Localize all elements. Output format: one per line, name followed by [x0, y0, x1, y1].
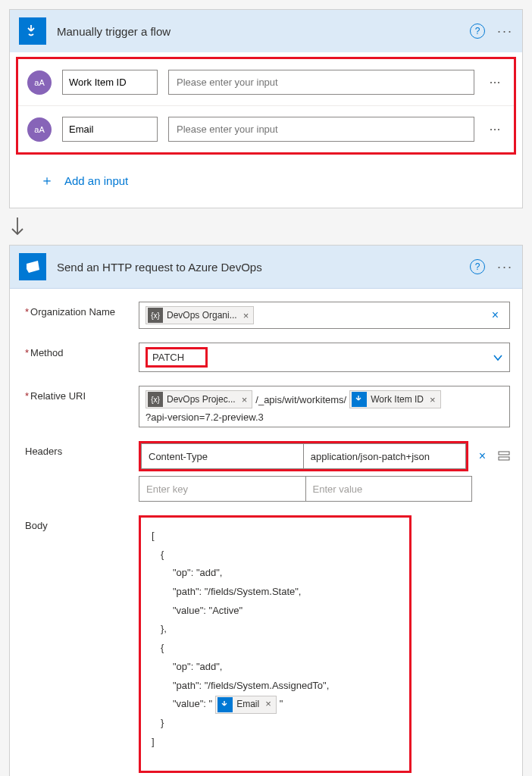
- body-label: Body: [25, 515, 139, 531]
- svg-rect-0: [499, 452, 509, 455]
- body-input[interactable]: [ { "op": "add", "path": "/fields/System…: [139, 515, 412, 773]
- token-remove-icon[interactable]: ×: [263, 695, 271, 714]
- action-card: Send an HTTP request to Azure DevOps ? ·…: [9, 245, 523, 776]
- header-value-input[interactable]: application/json-patch+json: [303, 443, 466, 469]
- headers-row: Headers Content-Type application/json-pa…: [10, 434, 522, 508]
- add-input-button[interactable]: ＋ Add an input: [10, 155, 522, 208]
- add-input-label: Add an input: [64, 174, 128, 187]
- variable-icon: {x}: [148, 308, 163, 323]
- org-token[interactable]: {x} DevOps Organi... ×: [146, 306, 254, 324]
- remove-header-icon[interactable]: ×: [474, 449, 490, 463]
- text-input-icon: aA: [27, 70, 52, 95]
- help-icon[interactable]: ?: [470, 259, 485, 274]
- switch-mode-icon[interactable]: [498, 450, 510, 462]
- action-header[interactable]: Send an HTTP request to Azure DevOps ? ·…: [10, 246, 522, 289]
- clear-icon[interactable]: ×: [487, 308, 503, 322]
- row-menu-icon[interactable]: ···: [485, 74, 505, 90]
- trigger-icon: [19, 17, 46, 45]
- azure-devops-icon: [19, 253, 46, 280]
- menu-dots-icon[interactable]: ···: [497, 23, 513, 39]
- action-title: Send an HTTP request to Azure DevOps: [57, 261, 470, 274]
- input-placeholder-field[interactable]: [168, 70, 474, 95]
- uri-workitem-token[interactable]: Work Item ID ×: [349, 390, 440, 408]
- header-key-input[interactable]: Enter key: [139, 476, 305, 502]
- trigger-card: Manually trigger a flow ? ··· aA ··· aA …: [9, 9, 523, 208]
- method-value: PATCH: [146, 347, 208, 368]
- input-name-field[interactable]: [62, 117, 158, 142]
- trigger-input-row: aA ···: [18, 59, 514, 106]
- variable-icon: {x}: [148, 392, 163, 407]
- uri-label: Relative URI: [25, 386, 139, 402]
- svg-rect-1: [499, 457, 509, 460]
- uri-input[interactable]: {x} DevOps Projec... × /_apis/wit/workit…: [139, 386, 510, 427]
- organization-row: Organization Name {x} DevOps Organi... ×…: [10, 295, 522, 336]
- flow-arrow-icon: [9, 216, 523, 239]
- menu-dots-icon[interactable]: ···: [497, 259, 513, 275]
- trigger-var-icon: [217, 697, 233, 712]
- org-input[interactable]: {x} DevOps Organi... × ×: [139, 302, 510, 329]
- input-placeholder-field[interactable]: [168, 117, 474, 142]
- body-email-token[interactable]: Email ×: [215, 696, 277, 714]
- trigger-header[interactable]: Manually trigger a flow ? ···: [10, 10, 522, 52]
- token-remove-icon[interactable]: ×: [241, 310, 249, 321]
- headers-label: Headers: [25, 441, 139, 457]
- method-label: Method: [25, 343, 139, 358]
- org-label: Organization Name: [25, 302, 139, 318]
- input-name-field[interactable]: [62, 70, 158, 95]
- help-icon[interactable]: ?: [470, 23, 485, 39]
- header-key-input[interactable]: Content-Type: [141, 443, 303, 469]
- trigger-input-row: aA ···: [18, 106, 514, 152]
- token-remove-icon[interactable]: ×: [239, 394, 248, 405]
- trigger-var-icon: [352, 392, 367, 407]
- text-input-icon: aA: [27, 117, 52, 142]
- uri-project-token[interactable]: {x} DevOps Projec... ×: [146, 390, 252, 408]
- method-row: Method PATCH: [10, 336, 522, 379]
- body-row: Body [ { "op": "add", "path": "/fields/S…: [10, 508, 522, 776]
- header-value-input[interactable]: Enter value: [305, 476, 473, 502]
- row-menu-icon[interactable]: ···: [485, 121, 505, 137]
- trigger-title: Manually trigger a flow: [57, 25, 470, 38]
- token-remove-icon[interactable]: ×: [427, 394, 436, 405]
- method-select[interactable]: PATCH: [139, 343, 510, 372]
- chevron-down-icon[interactable]: [493, 352, 503, 363]
- plus-icon: ＋: [40, 171, 54, 189]
- uri-row: Relative URI {x} DevOps Projec... × /_ap…: [10, 379, 522, 434]
